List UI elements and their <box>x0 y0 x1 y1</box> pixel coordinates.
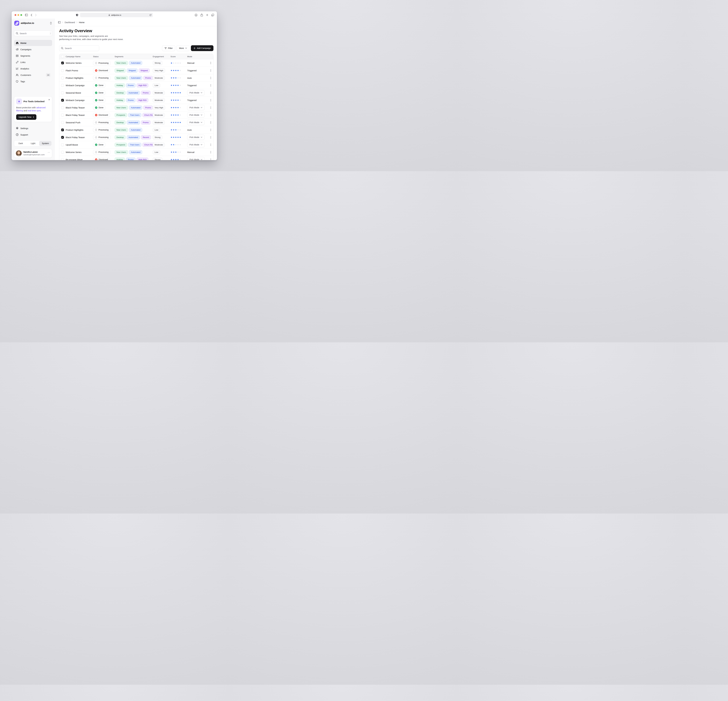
row-menu-button[interactable] <box>210 150 212 154</box>
select-all-checkbox[interactable] <box>61 55 64 58</box>
lock-icon <box>108 14 110 16</box>
sidebar-item-settings[interactable]: Settings <box>14 125 52 131</box>
add-campaign-button[interactable]: Add Campaign <box>191 45 214 51</box>
segment-pill: Automated <box>129 105 142 110</box>
row-checkbox[interactable] <box>61 114 64 117</box>
segment-pill: Desktop <box>115 135 126 140</box>
user-menu-icon[interactable]: … <box>48 150 50 153</box>
row-menu-button[interactable] <box>210 136 212 139</box>
row-checkbox[interactable] <box>61 69 64 72</box>
row-menu-button[interactable] <box>210 128 212 131</box>
chevron-right-icon <box>62 22 63 23</box>
upgrade-now-button[interactable]: Upgrade Now <box>16 114 36 120</box>
row-checkbox[interactable] <box>61 99 64 102</box>
tab-overview-icon[interactable] <box>211 14 214 16</box>
engagement-badge: Moderate <box>153 120 165 125</box>
user-card[interactable]: Sandra Lasso sandra@mydomain.com … <box>14 149 52 158</box>
row-menu-button[interactable] <box>210 98 212 102</box>
close-window-button[interactable] <box>14 14 16 16</box>
segment-pill: Promo <box>143 76 153 80</box>
row-checkbox[interactable] <box>61 151 64 154</box>
row-checkbox[interactable] <box>61 128 64 131</box>
row-menu-button[interactable] <box>210 106 212 109</box>
score-stars: ★★★★★ <box>170 99 187 101</box>
pick-mode-button[interactable]: Pick Mode <box>187 105 205 110</box>
segment-pill: High ROI <box>137 157 149 160</box>
row-menu-button[interactable] <box>210 91 212 94</box>
minimize-window-button[interactable] <box>17 14 19 16</box>
pick-mode-button[interactable]: Pick Mode <box>187 142 205 147</box>
sidebar-item-customers[interactable]: Customers 24 <box>14 72 52 78</box>
status-badge: Processing <box>93 150 110 154</box>
url-field[interactable]: addpulse.io <box>80 13 153 17</box>
forward-icon[interactable] <box>35 14 36 16</box>
score-stars: ★★★★★ <box>170 69 187 72</box>
row-menu-button[interactable] <box>210 113 212 117</box>
panel-toggle-icon[interactable] <box>58 21 61 23</box>
sidebar-item-tags[interactable]: Tags <box>14 78 52 84</box>
new-tab-icon[interactable] <box>206 14 208 16</box>
sidebar-footer-nav: Settings Support <box>14 125 52 138</box>
engagement-badge: Strong <box>153 135 162 140</box>
sidebar-item-home[interactable]: Home <box>14 40 52 46</box>
real-time-sync-link[interactable]: real-time sync <box>27 110 41 112</box>
sidebar-item-analytics[interactable]: Analytics <box>14 65 52 72</box>
score-stars: ★★★★★ <box>170 92 187 94</box>
pick-mode-button[interactable]: Pick Mode <box>187 90 205 95</box>
back-icon[interactable] <box>31 14 32 16</box>
privacy-shield-icon[interactable] <box>76 14 78 16</box>
row-menu-button[interactable] <box>210 84 212 87</box>
campaign-name: Welcome Series <box>66 62 93 64</box>
sidebar-item-support[interactable]: Support <box>14 131 52 138</box>
row-menu-button[interactable] <box>210 76 212 79</box>
workspace-switcher[interactable]: addpulse.io <box>14 20 52 26</box>
sidebar-item-campaigns[interactable]: Campaigns <box>14 46 52 52</box>
row-menu-button[interactable] <box>210 121 212 124</box>
zoom-window-button[interactable] <box>20 14 22 16</box>
engagement-badge: Very High <box>153 105 165 110</box>
sidebar-item-links[interactable]: Links <box>14 59 52 65</box>
segment-pill: Shipped <box>127 68 138 73</box>
pick-mode-button[interactable]: Pick Mode <box>187 113 205 118</box>
row-checkbox[interactable] <box>61 91 64 94</box>
column-header-segments: Segments <box>115 55 153 58</box>
segment-pill: New Users <box>115 128 128 132</box>
row-menu-button[interactable] <box>210 61 212 65</box>
score-stars: ★★★★★ <box>170 159 187 160</box>
table-search-input[interactable] <box>65 47 97 49</box>
status-badge: Done <box>93 91 105 95</box>
theme-option-system[interactable]: System <box>39 141 52 146</box>
browser-sidebar-toggle-icon[interactable] <box>25 14 28 16</box>
row-checkbox[interactable] <box>61 106 64 109</box>
downloads-icon[interactable] <box>195 14 198 16</box>
row-checkbox[interactable] <box>61 76 64 79</box>
campaign-name: Winback Campaign <box>66 99 93 101</box>
sidebar-item-segments[interactable]: Segments <box>14 53 52 59</box>
done-icon <box>95 84 97 87</box>
row-checkbox[interactable] <box>61 84 64 87</box>
pick-mode-button[interactable]: Pick Mode <box>187 120 205 125</box>
pick-mode-button[interactable]: Pick Mode <box>187 135 205 140</box>
row-menu-button[interactable] <box>210 143 212 146</box>
filter-button[interactable]: Filter <box>162 45 175 51</box>
row-checkbox[interactable] <box>61 62 64 64</box>
row-checkbox[interactable] <box>61 136 64 139</box>
pick-mode-button[interactable]: Pick Mode <box>187 157 205 160</box>
row-menu-button[interactable] <box>210 158 212 160</box>
status-badge: Done <box>93 143 105 147</box>
search-input[interactable] <box>20 32 49 35</box>
theme-option-light[interactable]: Light <box>27 141 39 146</box>
refresh-icon[interactable] <box>149 14 152 16</box>
row-checkbox[interactable] <box>61 158 64 160</box>
row-checkbox[interactable] <box>61 121 64 124</box>
score-stars: ★★★★★ <box>170 151 187 153</box>
row-menu-button[interactable] <box>210 69 212 72</box>
theme-option-dark[interactable]: Dark <box>14 141 27 146</box>
avatar <box>16 150 22 156</box>
more-button[interactable]: More <box>176 45 189 51</box>
close-icon[interactable]: × <box>48 98 50 101</box>
campaign-name: Flash Promo <box>66 69 93 72</box>
row-checkbox[interactable] <box>61 143 64 146</box>
share-icon[interactable] <box>201 13 203 16</box>
breadcrumb-dashboard[interactable]: Dashboard <box>65 21 75 24</box>
